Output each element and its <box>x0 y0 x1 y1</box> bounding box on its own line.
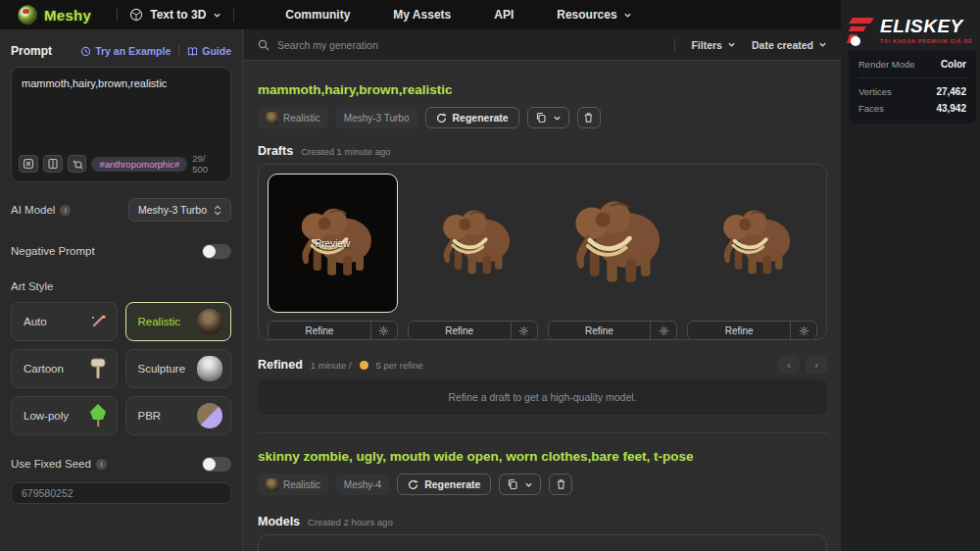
try-example-label: Try an Example <box>95 45 171 57</box>
fixed-seed-toggle[interactable] <box>202 457 231 472</box>
refined-cost: 5 per refine <box>376 360 423 371</box>
refine-button[interactable]: Refine <box>269 322 371 339</box>
nav-item-community[interactable]: Community <box>285 8 350 22</box>
generation-title: skinny zombie, ugly, mouth wide open, wo… <box>258 449 827 464</box>
fixed-seed-label-wrap: Use Fixed Seed i <box>11 458 107 470</box>
try-example-button[interactable]: Try an Example <box>80 45 171 57</box>
copy-icon <box>535 112 547 124</box>
refine-split-1: Refine <box>268 321 398 340</box>
style-badge: Realistic <box>258 107 328 128</box>
art-style-auto[interactable]: Auto <box>11 302 118 341</box>
nav-links: Community My Assets API Resources <box>285 8 631 22</box>
refine-button[interactable]: Refine <box>549 322 652 339</box>
refine-settings-button[interactable] <box>512 322 537 339</box>
meshy-app: Meshy Text to 3D Community My Assets API… <box>0 0 980 551</box>
info-icon: i <box>60 205 71 216</box>
nav-item-resources-label: Resources <box>557 8 616 22</box>
divider <box>674 38 675 52</box>
dictionary-button[interactable] <box>43 155 63 173</box>
regenerate-button[interactable]: Regenerate <box>425 107 519 128</box>
delete-button[interactable] <box>549 474 572 495</box>
toggle-knob <box>203 245 216 258</box>
faces-value: 43,942 <box>936 103 966 114</box>
draft-slot-2[interactable] <box>408 174 538 313</box>
nav-item-resources[interactable]: Resources <box>557 8 631 22</box>
char-counter: 29/ 500 <box>192 153 221 175</box>
filters-button[interactable]: Filters <box>691 39 736 51</box>
nav-item-api[interactable]: API <box>494 8 514 22</box>
copy-dropdown-button[interactable] <box>499 474 541 495</box>
mode-selector[interactable]: Text to 3D <box>129 8 221 22</box>
draft-card-selected[interactable]: Preview <box>268 174 398 313</box>
next-page-button[interactable]: › <box>806 356 827 374</box>
art-style-sculpture[interactable]: Sculpture <box>125 349 232 388</box>
model-badge: Meshy-4 <box>336 474 389 495</box>
art-style-lowpoly[interactable]: Low-poly <box>11 396 118 435</box>
search-input[interactable] <box>277 39 571 51</box>
regenerate-label: Regenerate <box>424 478 480 490</box>
nav-item-my-assets[interactable]: My Assets <box>393 8 451 22</box>
refine-settings-button[interactable] <box>651 322 676 339</box>
ai-enhance-button[interactable] <box>68 155 87 173</box>
info-icon: i <box>96 459 107 470</box>
refine-button[interactable]: Refine <box>688 322 791 339</box>
cube-icon <box>129 8 143 22</box>
generation-actions: Realistic Meshy-3 Turbo Regenerate <box>258 107 827 128</box>
seed-input[interactable] <box>11 482 231 504</box>
style-badge: Realistic <box>258 474 328 495</box>
generation-actions: Realistic Meshy-4 Regenerate <box>258 474 827 495</box>
search-icon <box>258 39 270 51</box>
draft-slot-4[interactable] <box>687 174 817 313</box>
prompt-tag-chip[interactable]: #anthropomorphic# <box>91 157 187 172</box>
ai-model-value: Meshy-3 Turbo <box>138 204 207 216</box>
model-badge: Meshy-3 Turbo <box>336 107 417 128</box>
refine-settings-button[interactable] <box>371 322 397 339</box>
vertices-label: Vertices <box>858 86 892 97</box>
art-style-sculpture-label: Sculpture <box>138 363 186 375</box>
divider <box>233 8 234 22</box>
art-style-pbr[interactable]: PBR <box>125 396 232 435</box>
updown-chevron-icon <box>214 205 221 216</box>
delete-button[interactable] <box>577 107 601 128</box>
brand[interactable]: Meshy <box>0 5 105 25</box>
refine-row: Refine Refine Refine <box>268 321 817 340</box>
models-panel <box>258 534 827 551</box>
mammoth-draft-2 <box>427 202 517 284</box>
art-style-cartoon[interactable]: Cartoon <box>11 349 118 388</box>
credit-coin-icon <box>360 361 368 370</box>
art-style-realistic[interactable]: Realistic <box>125 302 232 341</box>
chevron-down-icon <box>727 40 736 49</box>
sort-button[interactable]: Date created <box>752 39 827 51</box>
preview-overlay-label: Preview <box>316 238 351 249</box>
realistic-thumb <box>197 309 222 334</box>
drafts-created-at: Created 1 minute ago <box>301 146 390 157</box>
negative-prompt-label: Negative Prompt <box>11 245 95 257</box>
mammoth-draft-4 <box>708 202 798 284</box>
art-style-grid: Auto Realistic Cartoon Sculpture <box>11 302 231 435</box>
chevron-down-icon <box>818 40 827 49</box>
prev-page-button[interactable]: ‹ <box>778 356 800 374</box>
watermark-brand: ELISKEY <box>880 18 972 35</box>
refine-button[interactable]: Refine <box>409 322 512 339</box>
chevron-down-icon <box>623 11 632 20</box>
negative-prompt-toggle[interactable] <box>202 244 231 259</box>
clear-text-button[interactable] <box>19 155 38 173</box>
chevron-down-icon <box>553 114 562 123</box>
sculpture-thumb <box>197 356 222 381</box>
regenerate-button[interactable]: Regenerate <box>397 474 491 495</box>
guide-button[interactable]: Guide <box>187 45 231 57</box>
drafts-panel: Preview Refine <box>258 164 827 340</box>
top-navbar: Meshy Text to 3D Community My Assets API… <box>0 0 980 29</box>
refined-time: 1 minute / <box>311 360 352 371</box>
refine-settings-button[interactable] <box>791 322 816 339</box>
draft-slot-3[interactable] <box>548 174 678 313</box>
refine-split-3: Refine <box>548 321 678 340</box>
prompt-box: mammoth,hairy,brown,realistic <box>11 67 231 182</box>
draft-slot-1: Preview <box>268 174 398 313</box>
ai-model-select[interactable]: Meshy-3 Turbo <box>128 198 231 222</box>
meshy-logo-icon <box>18 5 37 25</box>
prompt-input[interactable]: mammoth,hairy,brown,realistic <box>12 68 230 148</box>
copy-dropdown-button[interactable] <box>527 107 569 128</box>
render-mode-value: Color <box>941 59 966 70</box>
art-style-pbr-label: PBR <box>138 410 162 422</box>
